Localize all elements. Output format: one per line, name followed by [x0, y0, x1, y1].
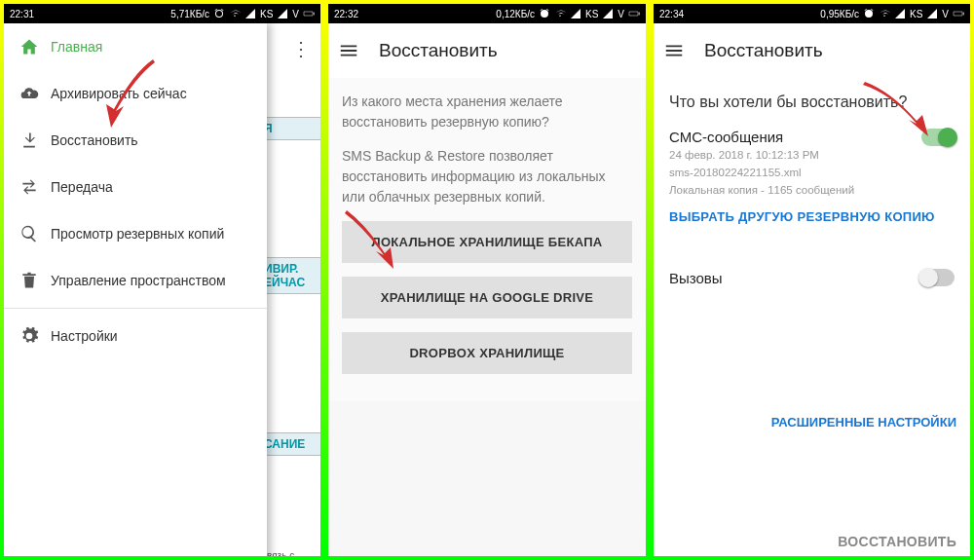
appbar-title: Восстановить: [704, 40, 823, 61]
app-bar: Восстановить: [654, 23, 970, 78]
status-v: V: [292, 9, 299, 19]
alarm-icon: [539, 8, 550, 19]
nav-item-restore[interactable]: Восстановить: [4, 117, 267, 164]
sms-date: 24 февр. 2018 г. 10:12:13 PM: [669, 147, 955, 163]
calls-label: Вызовы: [669, 270, 723, 286]
sms-count: Локальная копия - 1165 сообщений: [669, 182, 955, 198]
status-carrier: KS: [260, 9, 273, 19]
alarm-icon: [863, 8, 875, 19]
select-other-backup-link[interactable]: ВЫБРАТЬ ДРУГУЮ РЕЗЕРВНУЮ КОПИЮ: [669, 209, 955, 224]
status-speed: 0,12КБ/с: [496, 9, 535, 19]
local-storage-button[interactable]: ЛОКАЛЬНОЕ ХРАНИЛИЩЕ БЕКАПА: [342, 221, 632, 263]
home-icon: [19, 37, 51, 56]
navigation-drawer: Главная Архивировать сейчас Восстановить…: [4, 23, 267, 560]
nav-label: Главная: [51, 39, 102, 55]
bg-ad-text: связь с дными: [262, 550, 318, 560]
restore-button[interactable]: ВОССТАНОВИТЬ: [838, 534, 956, 549]
gear-icon: [19, 326, 51, 346]
panel-body: Из какого места хранения желаете восстан…: [328, 78, 646, 401]
intro-text-1: Из какого места хранения желаете восстан…: [342, 92, 632, 132]
status-time: 22:34: [659, 9, 684, 19]
wifi-icon: [879, 8, 890, 19]
signal-icon-2: [602, 8, 614, 19]
status-carrier: KS: [585, 9, 598, 19]
status-bar: 22:31 5,71КБ/с KS V: [4, 4, 320, 23]
overflow-menu-icon[interactable]: ⋮: [291, 37, 311, 60]
nav-item-archive[interactable]: Архивировать сейчас: [4, 70, 267, 117]
sms-file: sms-20180224221155.xml: [669, 165, 955, 180]
nav-label: Архивировать сейчас: [51, 86, 187, 101]
status-time: 22:31: [10, 9, 34, 19]
bg-text: Я: [262, 117, 320, 140]
background-screen: ⋮ Я ИВИР. ЕЙЧАС САНИЕ связь с дными: [262, 23, 320, 560]
search-icon: [19, 224, 51, 243]
status-v: V: [618, 9, 624, 19]
battery-icon: [953, 8, 964, 19]
sms-toggle[interactable]: [921, 129, 955, 146]
hamburger-icon[interactable]: [663, 40, 685, 61]
google-drive-button[interactable]: ХРАНИЛИЩЕ НА GOOGLE DRIVE: [342, 277, 632, 318]
signal-icon: [894, 8, 906, 19]
nav-label: Управление пространством: [51, 273, 226, 288]
intro-text-2: SMS Backup & Restore позволяет восстанов…: [342, 146, 632, 207]
status-bar: 22:34 0,95КБ/с KS V: [654, 4, 970, 23]
status-bar: 22:32 0,12КБ/с KS V: [328, 4, 646, 23]
bg-text: ИВИР. ЕЙЧАС: [262, 257, 320, 294]
wifi-icon: [554, 8, 566, 19]
nav-label: Восстановить: [51, 132, 138, 148]
nav-label: Просмотр резервных копий: [51, 226, 224, 242]
nav-item-manage[interactable]: Управление пространством: [4, 257, 267, 304]
panel-2: 22:32 0,12КБ/с KS V Восстановить Из како…: [324, 0, 650, 560]
panel-1: 22:31 5,71КБ/с KS V ⋮ Я ИВИР. ЕЙЧАС САНИ…: [0, 0, 324, 560]
question-text: Что вы хотели бы восстановить?: [669, 93, 955, 111]
appbar-title: Восстановить: [379, 40, 498, 61]
nav-item-view[interactable]: Просмотр резервных копий: [4, 210, 267, 257]
trash-icon: [19, 271, 51, 290]
status-v: V: [942, 9, 949, 19]
battery-icon: [628, 8, 640, 19]
divider: [4, 308, 267, 309]
nav-label: Настройки: [51, 328, 118, 344]
wifi-icon: [229, 8, 241, 19]
calls-toggle[interactable]: [921, 269, 955, 286]
signal-icon-2: [277, 8, 288, 19]
signal-icon-2: [926, 8, 938, 19]
nav-item-transfer[interactable]: Передача: [4, 164, 267, 210]
panel-body: Что вы хотели бы восстановить? СМС-сообщ…: [654, 78, 970, 556]
battery-icon: [303, 8, 315, 19]
advanced-settings-link[interactable]: РАСШИРЕННЫЕ НАСТРОЙКИ: [771, 415, 956, 429]
bg-text: САНИЕ: [262, 432, 320, 456]
signal-icon: [570, 8, 581, 19]
hamburger-icon[interactable]: [338, 40, 359, 61]
signal-icon: [244, 8, 256, 19]
cloud-upload-icon: [19, 84, 51, 103]
download-icon: [19, 131, 51, 150]
sms-title: СМС-сообщения: [669, 129, 955, 145]
status-carrier: KS: [910, 9, 922, 19]
status-speed: 5,71КБ/с: [170, 9, 209, 19]
alarm-icon: [213, 8, 225, 19]
nav-label: Передача: [51, 179, 113, 195]
status-time: 22:32: [334, 9, 358, 19]
transfer-icon: [19, 177, 51, 197]
status-speed: 0,95КБ/с: [820, 9, 859, 19]
nav-item-settings[interactable]: Настройки: [4, 313, 267, 359]
bottom-actions: ВОССТАНОВИТЬ: [667, 533, 956, 550]
app-bar: Восстановить: [328, 23, 646, 78]
calls-row: Вызовы: [669, 251, 955, 286]
sms-backup-block: СМС-сообщения 24 февр. 2018 г. 10:12:13 …: [669, 129, 955, 224]
dropbox-button[interactable]: DROPBOX ХРАНИЛИЩЕ: [342, 332, 632, 374]
panel-3: 22:34 0,95КБ/с KS V Восстановить Что вы …: [650, 0, 974, 560]
nav-item-home[interactable]: Главная: [4, 23, 267, 70]
